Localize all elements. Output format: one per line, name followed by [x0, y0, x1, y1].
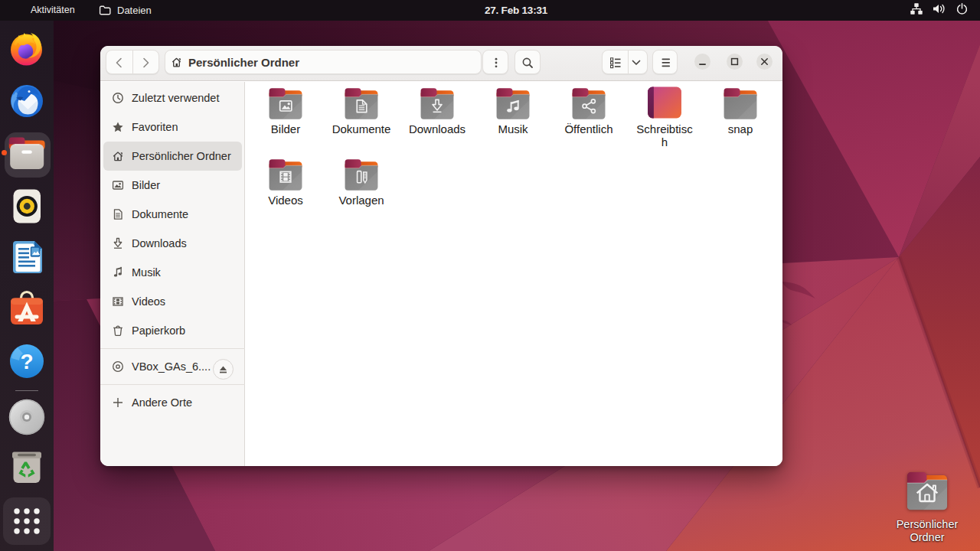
- svg-text:?: ?: [20, 350, 33, 373]
